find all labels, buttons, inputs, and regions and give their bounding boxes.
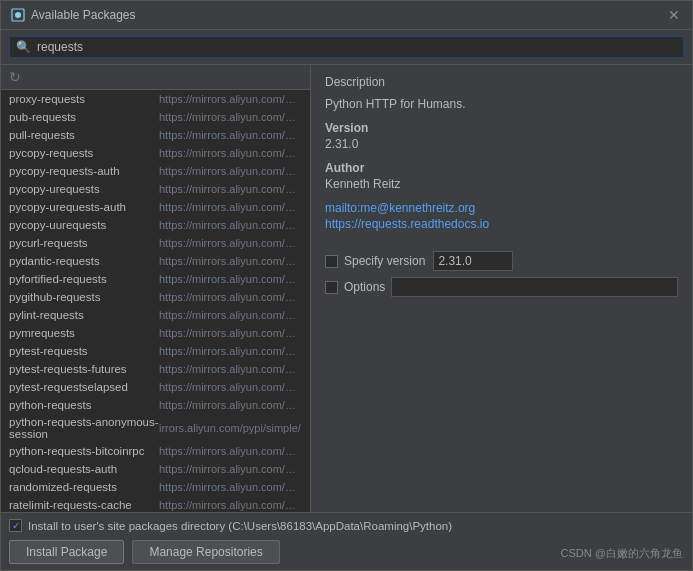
- package-name: python-requests: [9, 399, 159, 411]
- install-path-checkbox-label[interactable]: ✓ Install to user's site packages direct…: [9, 519, 452, 532]
- package-row[interactable]: pycopy-urequests-authhttps://mirrors.ali…: [1, 198, 310, 216]
- watermark: CSDN @白嫩的六角龙鱼: [561, 546, 683, 561]
- package-name: pycopy-urequests-auth: [9, 201, 159, 213]
- specify-version-checkbox-label[interactable]: Specify version: [325, 254, 425, 268]
- package-url: https://mirrors.aliyun.com/pypi/simple/: [159, 481, 302, 493]
- options-checkbox-label[interactable]: Options: [325, 280, 385, 294]
- package-name: pycopy-uurequests: [9, 219, 159, 231]
- package-row[interactable]: python-requests-bitcoinrpchttps://mirror…: [1, 442, 310, 460]
- svg-point-1: [15, 12, 21, 18]
- manage-repositories-button[interactable]: Manage Repositories: [132, 540, 279, 564]
- package-name: python-requests-anonymous-session: [9, 416, 159, 440]
- package-url: https://mirrors.aliyun.com/pypi/simple/: [159, 327, 302, 339]
- package-row[interactable]: pygithub-requestshttps://mirrors.aliyun.…: [1, 288, 310, 306]
- available-packages-window: Available Packages ✕ 🔍 ↻ proxy-requestsh…: [0, 0, 693, 571]
- package-row[interactable]: qcloud-requests-authhttps://mirrors.aliy…: [1, 460, 310, 478]
- author-value: Kenneth Reitz: [325, 177, 678, 191]
- package-row[interactable]: pub-requestshttps://mirrors.aliyun.com/p…: [1, 108, 310, 126]
- package-name: randomized-requests: [9, 481, 159, 493]
- package-row[interactable]: python-requests-anonymous-sessionirrors.…: [1, 414, 310, 442]
- package-url: https://mirrors.aliyun.com/pypi/simple/: [159, 381, 302, 393]
- package-list[interactable]: proxy-requestshttps://mirrors.aliyun.com…: [1, 90, 310, 512]
- package-row[interactable]: pycurl-requestshttps://mirrors.aliyun.co…: [1, 234, 310, 252]
- package-row[interactable]: pycopy-requestshttps://mirrors.aliyun.co…: [1, 144, 310, 162]
- package-name: pymrequests: [9, 327, 159, 339]
- package-name: pygithub-requests: [9, 291, 159, 303]
- package-name: pyfortified-requests: [9, 273, 159, 285]
- package-url: https://mirrors.aliyun.com/pypi/simple/: [159, 255, 302, 267]
- package-url: https://mirrors.aliyun.com/pypi/simple/: [159, 147, 302, 159]
- install-package-button[interactable]: Install Package: [9, 540, 124, 564]
- options-label: Options: [344, 280, 385, 294]
- package-row[interactable]: pyfortified-requestshttps://mirrors.aliy…: [1, 270, 310, 288]
- package-url: https://mirrors.aliyun.com/pypi/simple/: [159, 363, 302, 375]
- package-url: https://mirrors.aliyun.com/pypi/simple/: [159, 183, 302, 195]
- package-row[interactable]: pydantic-requestshttps://mirrors.aliyun.…: [1, 252, 310, 270]
- specify-version-label: Specify version: [344, 254, 425, 268]
- package-name: pylint-requests: [9, 309, 159, 321]
- package-name: pycopy-requests-auth: [9, 165, 159, 177]
- specify-version-input[interactable]: [433, 251, 513, 271]
- package-url: https://mirrors.aliyun.com/pypi/simple/: [159, 463, 302, 475]
- package-row[interactable]: pycopy-uurequestshttps://mirrors.aliyun.…: [1, 216, 310, 234]
- package-row[interactable]: python-requestshttps://mirrors.aliyun.co…: [1, 396, 310, 414]
- options-checkbox[interactable]: [325, 281, 338, 294]
- bottom-area: ✓ Install to user's site packages direct…: [1, 512, 692, 570]
- package-name: qcloud-requests-auth: [9, 463, 159, 475]
- package-row[interactable]: ratelimit-requests-cachehttps://mirrors.…: [1, 496, 310, 512]
- package-url: https://mirrors.aliyun.com/pypi/simple/: [159, 399, 302, 411]
- install-path-checkbox[interactable]: ✓: [9, 519, 22, 532]
- content-area: ↻ proxy-requestshttps://mirrors.aliyun.c…: [1, 65, 692, 512]
- package-row[interactable]: randomized-requestshttps://mirrors.aliyu…: [1, 478, 310, 496]
- package-url: https://mirrors.aliyun.com/pypi/simple/: [159, 165, 302, 177]
- package-name: pytest-requests: [9, 345, 159, 357]
- package-row[interactable]: pycopy-requests-authhttps://mirrors.aliy…: [1, 162, 310, 180]
- package-row[interactable]: proxy-requestshttps://mirrors.aliyun.com…: [1, 90, 310, 108]
- package-url: https://mirrors.aliyun.com/pypi/simple/: [159, 201, 302, 213]
- link-docs[interactable]: https://requests.readthedocs.io: [325, 217, 678, 231]
- package-url: https://mirrors.aliyun.com/pypi/simple/: [159, 219, 302, 231]
- package-url: https://mirrors.aliyun.com/pypi/simple/: [159, 445, 302, 457]
- package-url: https://mirrors.aliyun.com/pypi/simple/: [159, 499, 302, 511]
- package-name: pytest-requests-futures: [9, 363, 159, 375]
- search-input[interactable]: [37, 40, 677, 54]
- package-url: https://mirrors.aliyun.com/pypi/simple/: [159, 291, 302, 303]
- package-row[interactable]: pytest-requestshttps://mirrors.aliyun.co…: [1, 342, 310, 360]
- package-row[interactable]: pull-requestshttps://mirrors.aliyun.com/…: [1, 126, 310, 144]
- description-panel: Description Python HTTP for Humans. Vers…: [311, 65, 692, 512]
- window-icon: [11, 8, 25, 22]
- link-email[interactable]: mailto:me@kennethreitz.org: [325, 201, 678, 215]
- specify-version-checkbox[interactable]: [325, 255, 338, 268]
- title-bar: Available Packages ✕: [1, 1, 692, 30]
- options-input[interactable]: [391, 277, 678, 297]
- package-name: pycopy-urequests: [9, 183, 159, 195]
- package-url: https://mirrors.aliyun.com/pypi/simple/: [159, 345, 302, 357]
- package-name: pub-requests: [9, 111, 159, 123]
- version-label: Version: [325, 121, 678, 135]
- package-row[interactable]: pymrequestshttps://mirrors.aliyun.com/py…: [1, 324, 310, 342]
- install-path-text: Install to user's site packages director…: [28, 520, 452, 532]
- search-icon: 🔍: [16, 40, 31, 54]
- install-path-row: ✓ Install to user's site packages direct…: [9, 519, 684, 532]
- package-name: ratelimit-requests-cache: [9, 499, 159, 511]
- package-url: https://mirrors.aliyun.com/pypi/simple/: [159, 93, 302, 105]
- search-bar-area: 🔍: [1, 30, 692, 65]
- package-url: https://mirrors.aliyun.com/pypi/simple/: [159, 111, 302, 123]
- package-name: proxy-requests: [9, 93, 159, 105]
- package-list-area: ↻ proxy-requestshttps://mirrors.aliyun.c…: [1, 65, 311, 512]
- close-button[interactable]: ✕: [666, 7, 682, 23]
- specify-version-row: Specify version: [325, 251, 678, 271]
- version-value: 2.31.0: [325, 137, 678, 151]
- package-row[interactable]: pylint-requestshttps://mirrors.aliyun.co…: [1, 306, 310, 324]
- package-url: irrors.aliyun.com/pypi/simple/: [159, 422, 301, 434]
- package-row[interactable]: pytest-requests-futureshttps://mirrors.a…: [1, 360, 310, 378]
- package-name: pull-requests: [9, 129, 159, 141]
- package-name: python-requests-bitcoinrpc: [9, 445, 159, 457]
- window-title: Available Packages: [31, 8, 136, 22]
- description-summary: Python HTTP for Humans.: [325, 97, 678, 111]
- package-row[interactable]: pycopy-urequestshttps://mirrors.aliyun.c…: [1, 180, 310, 198]
- refresh-icon[interactable]: ↻: [9, 69, 21, 85]
- package-row[interactable]: pytest-requestselapsedhttps://mirrors.al…: [1, 378, 310, 396]
- package-url: https://mirrors.aliyun.com/pypi/simple/: [159, 237, 302, 249]
- desc-links: mailto:me@kennethreitz.org https://reque…: [325, 201, 678, 231]
